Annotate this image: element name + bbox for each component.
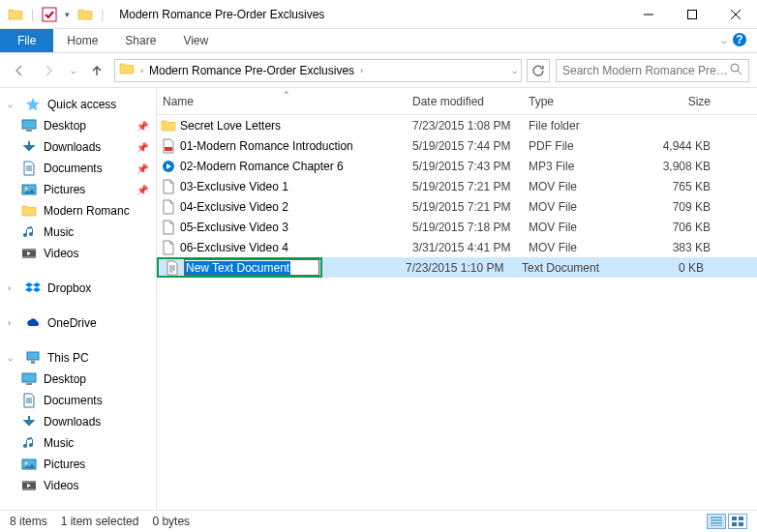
nav-label: Downloads [44,140,101,154]
sidebar-item-onedrive[interactable]: ›OneDrive [0,312,156,334]
sidebar-item-videos[interactable]: Videos [0,243,156,264]
column-name[interactable]: Name [157,95,405,108]
file-row[interactable]: Secret Love Letters7/23/2015 1:08 PMFile… [157,115,757,135]
column-type[interactable]: Type [521,95,641,108]
minimize-button[interactable] [626,0,670,29]
nav-label: This PC [47,351,89,365]
divider: | [31,8,34,21]
nav-label: Desktop [44,119,86,133]
file-name: 05-Exclusive Video 3 [176,221,405,234]
search-placeholder: Search Modern Romance Pre-... [562,64,729,77]
column-date[interactable]: Date modified [405,95,521,108]
nav-label: Pictures [44,183,85,196]
sidebar-item-pc-videos[interactable]: Videos [0,475,156,496]
close-button[interactable] [713,0,757,29]
help-icon[interactable] [732,32,747,50]
breadcrumb[interactable]: Modern Romance Pre-Order Exclusives [149,64,354,77]
file-row[interactable]: 03-Exclusive Video 15/19/2015 7:21 PMMOV… [157,176,757,196]
sidebar-item-music[interactable]: Music [0,222,156,243]
refresh-button[interactable] [527,59,550,82]
sidebar-item-documents[interactable]: Documents📌 [0,158,156,179]
nav-label: Desktop [44,372,86,386]
sidebar-item-pictures[interactable]: Pictures📌 [0,179,156,200]
chevron-right-icon[interactable]: › [360,66,363,75]
tab-share[interactable]: Share [111,29,169,52]
folder-icon [77,7,93,22]
file-type: MOV File [521,241,641,254]
file-date: 5/19/2015 7:43 PM [405,160,521,173]
file-size: 383 KB [641,241,718,254]
ribbon-expand-icon[interactable]: ⌵ [721,36,726,45]
sidebar-item-pc-downloads[interactable]: Downloads [0,411,156,432]
quick-access-header[interactable]: ⌵ Quick access [0,94,156,115]
nav-label: Dropbox [47,281,91,295]
chevron-down-icon[interactable]: ⌵ [8,100,18,109]
file-date: 5/19/2015 7:18 PM [405,221,521,234]
recent-dropdown[interactable]: ⌵ [66,59,79,82]
sidebar-item-pc-desktop[interactable]: Desktop [0,369,156,390]
status-item-count: 8 items [10,515,47,528]
this-pc-header[interactable]: ⌵This PC [0,347,156,369]
sidebar-item-downloads[interactable]: Downloads📌 [0,136,156,158]
file-date: 5/19/2015 7:21 PM [405,200,521,214]
file-row[interactable]: 05-Exclusive Video 35/19/2015 7:18 PMMOV… [157,217,757,237]
navigation-bar: ⌵ › Modern Romance Pre-Order Exclusives … [0,53,757,88]
rename-input[interactable]: New Text Document [184,259,319,276]
file-date: 7/23/2015 1:10 PM [398,261,514,275]
forward-button[interactable] [37,59,60,82]
svg-rect-14 [687,10,696,18]
mov-icon [157,199,176,215]
column-size[interactable]: Size [641,95,718,108]
search-input[interactable]: Search Modern Romance Pre-... [556,59,749,82]
file-row[interactable]: 04-Exclusive Video 25/19/2015 7:21 PMMOV… [157,196,757,217]
file-name: 04-Exclusive Video 2 [176,200,405,214]
chevron-icon[interactable]: › [8,318,18,328]
tab-home[interactable]: Home [53,29,111,52]
file-size: 3,908 KB [641,160,718,173]
address-dropdown-icon[interactable]: ⌵ [512,66,517,75]
sidebar-item-desktop[interactable]: Desktop📌 [0,115,156,136]
file-row[interactable]: 02-Modern Romance Chapter 65/19/2015 7:4… [157,156,757,176]
window-title: Modern Romance Pre-Order Exclusives [111,8,626,21]
address-bar[interactable]: › Modern Romance Pre-Order Exclusives › … [114,59,522,82]
file-date: 7/23/2015 1:08 PM [405,119,521,133]
maximize-button[interactable] [670,0,713,29]
up-button[interactable] [85,59,108,82]
svg-rect-19 [739,522,743,526]
sidebar-item-pc-documents[interactable]: Documents [0,390,156,411]
pdf-icon [157,138,176,154]
sidebar-item-modern-romance[interactable]: Modern Romanc [0,200,156,222]
properties-icon[interactable] [42,7,57,22]
file-type: MOV File [521,221,641,234]
mov-icon [157,240,176,255]
thumbnails-view-button[interactable] [728,514,747,529]
folder-icon [119,61,135,79]
tab-file[interactable]: File [0,29,53,52]
rename-text: New Text Document [185,261,290,275]
file-date: 5/19/2015 7:44 PM [405,139,521,153]
file-row[interactable]: 01-Modern Romance Introduction5/19/2015 … [157,135,757,156]
sidebar-item-pc-music[interactable]: Music [0,432,156,454]
nav-label: Documents [44,394,103,407]
details-view-button[interactable] [707,514,726,529]
sort-indicator-icon: ⌃ [283,90,290,100]
chevron-icon[interactable]: › [8,283,18,293]
chevron-down-icon[interactable]: ⌵ [8,353,18,363]
sidebar-item-pc-pictures[interactable]: Pictures [0,454,156,475]
txt-icon [161,260,180,276]
status-bytes: 0 bytes [152,515,190,528]
rename-highlight: New Text Document [157,257,322,278]
pin-icon: 📌 [136,121,148,132]
svg-rect-16 [732,517,737,520]
nav-label: Pictures [44,458,85,471]
file-name: 02-Modern Romance Chapter 6 [176,160,405,173]
nav-label: Music [44,225,74,239]
back-button[interactable] [8,59,31,82]
qat-dropdown[interactable]: ▾ [65,10,70,19]
qat-divider: | [101,8,104,21]
file-row-editing[interactable]: New Text Document7/23/2015 1:10 PMText D… [157,257,757,278]
chevron-right-icon[interactable]: › [140,66,143,75]
sidebar-item-dropbox[interactable]: ›Dropbox [0,278,156,299]
file-row[interactable]: 06-Exclusive Video 43/31/2015 4:41 PMMOV… [157,237,757,257]
tab-view[interactable]: View [169,29,222,52]
